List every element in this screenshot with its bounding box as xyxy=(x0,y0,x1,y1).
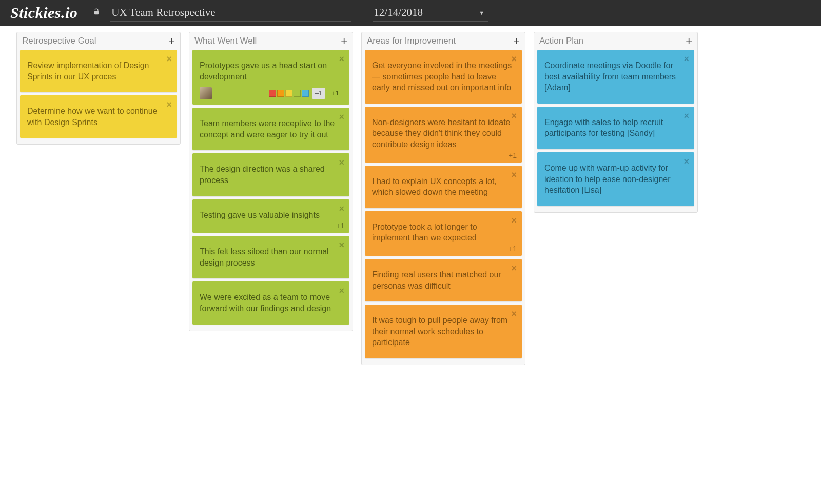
sticky-card[interactable]: ×Testing gave us valuable insights+1 xyxy=(192,199,349,233)
card-text: It was tough to pull people away from th… xyxy=(372,315,515,348)
app-logo: Stickies.io xyxy=(10,4,83,22)
add-card-button[interactable]: + xyxy=(341,35,347,47)
card-text: Finding real users that matched our pers… xyxy=(372,269,515,291)
column-header: Action Plan+ xyxy=(534,32,697,50)
sticky-card[interactable]: ×Get everyone involved in the meetings —… xyxy=(365,50,522,104)
card-text: Team members were receptive to the conce… xyxy=(200,118,342,140)
color-swatch[interactable] xyxy=(294,90,301,97)
lock-icon[interactable] xyxy=(93,8,100,17)
sticky-card[interactable]: ×Coordinate meetings via Doodle for best… xyxy=(537,50,694,104)
vote-count: +1 xyxy=(509,244,517,254)
column-title: Retrospective Goal xyxy=(22,36,96,46)
close-icon[interactable]: × xyxy=(511,169,517,181)
sticky-card[interactable]: ×The design direction was a shared proce… xyxy=(192,153,349,196)
column: Action Plan+×Coordinate meetings via Doo… xyxy=(534,32,698,213)
close-icon[interactable]: × xyxy=(683,110,689,122)
sticky-card[interactable]: ×Engage with sales to help recruit parti… xyxy=(537,107,694,149)
svg-rect-0 xyxy=(94,11,99,14)
vote-count: +1 xyxy=(336,221,344,231)
close-icon[interactable]: × xyxy=(339,156,344,169)
color-swatch[interactable] xyxy=(277,90,284,97)
column: Retrospective Goal+×Review implementatio… xyxy=(16,32,181,145)
add-card-button[interactable]: + xyxy=(513,35,520,47)
close-icon[interactable]: × xyxy=(339,111,344,123)
close-icon[interactable]: × xyxy=(511,262,517,274)
date-input[interactable] xyxy=(373,4,488,22)
header-divider-2 xyxy=(495,5,495,21)
app-header: Stickies.io ▼ xyxy=(0,0,821,26)
color-swatch[interactable] xyxy=(285,90,292,97)
close-icon[interactable]: × xyxy=(339,285,344,297)
sticky-card[interactable]: ×Team members were receptive to the conc… xyxy=(192,108,349,150)
sticky-card[interactable]: ×This felt less siloed than our normal d… xyxy=(192,236,349,278)
sticky-card[interactable]: ×Prototypes gave us a head start on deve… xyxy=(192,50,349,105)
card-text: Prototype took a lot longer to implement… xyxy=(372,221,515,244)
column-header: Retrospective Goal+ xyxy=(17,32,180,50)
card-text: This felt less siloed than our normal de… xyxy=(200,246,342,268)
card-text: Coordinate meetings via Doodle for best … xyxy=(544,60,687,93)
close-icon[interactable]: × xyxy=(511,308,517,320)
add-card-button[interactable]: + xyxy=(168,35,175,47)
board-title-input[interactable] xyxy=(110,4,351,22)
color-swatch[interactable] xyxy=(302,90,309,97)
column-header: Areas for Improvement+ xyxy=(362,32,525,50)
close-icon[interactable]: × xyxy=(339,203,344,215)
card-text: Prototypes gave us a head start on devel… xyxy=(200,60,342,82)
card-text: Come up with warm-up activity for ideati… xyxy=(544,163,687,196)
close-icon[interactable]: × xyxy=(339,239,344,251)
card-text: Non-designers were hesitant to ideate be… xyxy=(372,117,515,150)
sticky-card[interactable]: ×Non-designers were hesitant to ideate b… xyxy=(365,107,522,163)
card-text: I had to explain UX concepts a lot, whic… xyxy=(372,176,515,198)
column-header: What Went Well+ xyxy=(189,32,353,50)
card-text: The design direction was a shared proces… xyxy=(200,164,342,186)
sticky-card[interactable]: ×Finding real users that matched our per… xyxy=(365,259,522,301)
color-swatch[interactable] xyxy=(269,90,276,97)
board: Retrospective Goal+×Review implementatio… xyxy=(0,26,821,371)
column-title: What Went Well xyxy=(194,36,257,46)
vote-up-button[interactable]: +1 xyxy=(328,88,342,99)
sticky-card[interactable]: ×It was tough to pull people away from t… xyxy=(365,305,522,358)
header-divider xyxy=(362,5,362,21)
card-text: We were excited as a team to move forwar… xyxy=(200,292,342,314)
sticky-card[interactable]: ×I had to explain UX concepts a lot, whi… xyxy=(365,166,522,208)
close-icon[interactable]: × xyxy=(683,155,689,168)
vote-count: +1 xyxy=(509,151,517,160)
close-icon[interactable]: × xyxy=(166,98,172,111)
vote-down-button[interactable]: –1 xyxy=(312,88,325,99)
card-text: Engage with sales to help recruit partic… xyxy=(544,117,687,139)
close-icon[interactable]: × xyxy=(339,53,344,65)
close-icon[interactable]: × xyxy=(166,53,172,65)
card-text: Get everyone involved in the meetings — … xyxy=(372,60,515,93)
card-text: Testing gave us valuable insights xyxy=(200,210,342,221)
close-icon[interactable]: × xyxy=(511,110,517,122)
sticky-card[interactable]: ×Prototype took a lot longer to implemen… xyxy=(365,211,522,256)
card-footer: –1+1 xyxy=(200,87,342,99)
sticky-card[interactable]: ×Determine how we want to continue with … xyxy=(20,95,177,138)
card-text: Review implementation of Design Sprints … xyxy=(27,60,170,82)
add-card-button[interactable]: + xyxy=(686,35,692,47)
color-swatches xyxy=(269,90,309,97)
column-title: Areas for Improvement xyxy=(367,36,456,46)
close-icon[interactable]: × xyxy=(511,53,517,65)
close-icon[interactable]: × xyxy=(511,214,517,227)
column-title: Action Plan xyxy=(539,36,583,46)
sticky-card[interactable]: ×Review implementation of Design Sprints… xyxy=(20,50,177,92)
sticky-card[interactable]: ×We were excited as a team to move forwa… xyxy=(192,281,349,324)
close-icon[interactable]: × xyxy=(683,53,689,65)
column: What Went Well+×Prototypes gave us a hea… xyxy=(189,32,353,331)
avatar xyxy=(200,87,212,99)
card-text: Determine how we want to continue with D… xyxy=(27,106,170,128)
date-select[interactable]: ▼ xyxy=(373,4,484,22)
sticky-card[interactable]: ×Come up with warm-up activity for ideat… xyxy=(537,152,694,206)
column: Areas for Improvement+×Get everyone invo… xyxy=(361,32,525,365)
